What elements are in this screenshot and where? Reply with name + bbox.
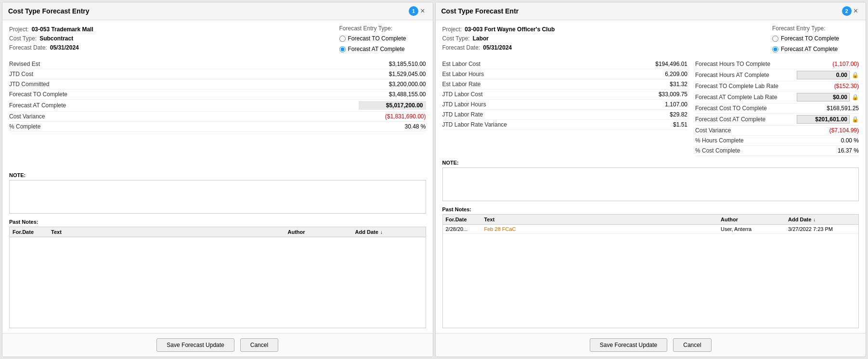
table-row: JTD Committed $3,200,000.00 xyxy=(9,79,426,90)
dialog-2-close-button[interactable]: × xyxy=(852,7,860,15)
dialog-2-table-body: 2/28/20... Feb 28 FCaC User, Anterra 3/2… xyxy=(443,225,859,328)
row-value: $31.32 xyxy=(620,81,687,88)
dialog-2-body: Project: 03-003 Fort Wayne Officer's Clu… xyxy=(436,20,866,333)
row-label: JTD Labor Rate xyxy=(442,111,621,118)
table-row: JTD Labor Rate $29.82 xyxy=(442,110,688,120)
dialog-2-radio-at-complete[interactable]: Forecast AT Complete xyxy=(772,44,859,55)
dialog-2-table-header: For.Date Text Author Add Date ↓ xyxy=(443,215,859,225)
row-label: JTD Cost xyxy=(9,71,359,77)
dialog-2-radio-to-complete-input[interactable] xyxy=(772,36,778,42)
row-value: $33,009.75 xyxy=(620,91,687,98)
table-row: Forecast Cost AT Complete 🔒 xyxy=(695,114,859,126)
row-label: Est Labor Cost xyxy=(442,61,621,67)
row-label: Revised Est xyxy=(9,61,359,67)
dialog-2-costtype-value: Labor xyxy=(473,34,489,43)
table-row: 2/28/20... Feb 28 FCaC User, Anterra 3/2… xyxy=(443,225,859,234)
dialog-1-costtype-line: Cost Type: Subcontract xyxy=(9,34,339,43)
row-value-with-lock: 🔒 xyxy=(797,71,859,79)
col-adddate: 3/27/2022 7:23 PM xyxy=(788,226,855,232)
row-label: % Complete xyxy=(9,123,359,130)
col-text: Feb 28 FCaC xyxy=(484,226,721,232)
dialog-2-note-section: NOTE: xyxy=(442,160,859,203)
dialog-1-costtype-label: Cost Type: xyxy=(9,34,37,43)
table-row: Revised Est $3,185,510.00 xyxy=(9,59,426,69)
table-row: Cost Variance ($1,831,690.00) xyxy=(9,112,426,122)
dialog-1-note-section: NOTE: xyxy=(9,172,426,215)
table-row: % Complete 30.48 % xyxy=(9,122,426,132)
dialog-2-note-textarea[interactable] xyxy=(442,167,859,201)
row-value: 16.37 % xyxy=(791,147,859,154)
row-value: ($152.30) xyxy=(791,83,859,90)
row-value: $168,591.25 xyxy=(791,105,859,112)
row-label: Forecast Hours TO Complete xyxy=(695,61,791,67)
dialog-1-data-section: Revised Est $3,185,510.00 JTD Cost $1,52… xyxy=(9,59,426,168)
row-value-input[interactable] xyxy=(797,115,850,124)
row-value: $3,200,000.00 xyxy=(359,81,426,88)
dialog-2-past-notes-label: Past Notes: xyxy=(442,206,859,212)
dialog-1-note-label: NOTE: xyxy=(9,172,426,178)
dialog-2-cancel-button[interactable]: Cancel xyxy=(673,338,711,352)
dialog-1-note-textarea[interactable] xyxy=(9,180,426,214)
row-value: $1.51 xyxy=(620,121,687,128)
row-label: Est Labor Hours xyxy=(442,71,621,77)
col-author: User, Anterra xyxy=(721,226,788,232)
dialog-2-project-label: Project: xyxy=(442,25,462,34)
table-row: Cost Variance ($7,104.99) xyxy=(695,126,859,136)
row-value-input[interactable] xyxy=(797,93,850,102)
dialog-1-radio-at-complete-input[interactable] xyxy=(339,46,346,52)
dialog-1-col-adddate-header[interactable]: Add Date ↓ xyxy=(355,229,423,235)
dialog-1-forecastdate-value: 05/31/2024 xyxy=(50,43,79,52)
dialog-1-close-button[interactable]: × xyxy=(418,7,427,15)
dialog-2: Cost Type Forecast Entr 2 × Project: 03-… xyxy=(435,2,867,357)
dialog-2-two-col: Est Labor Cost $194,496.01 Est Labor Hou… xyxy=(442,59,859,156)
dialog-1-costtype-value: Subcontract xyxy=(39,34,73,43)
dialog-2-radio-at-complete-label: Forecast AT Complete xyxy=(781,44,838,55)
row-label: Cost Variance xyxy=(695,127,791,134)
dialog-2-radio-to-complete[interactable]: Forecast TO Complete xyxy=(772,34,859,44)
table-row: JTD Cost $1,529,045.00 xyxy=(9,69,426,79)
row-value: $3,185,510.00 xyxy=(359,61,426,67)
dialog-1-body: Project: 03-053 Trademark Mall Cost Type… xyxy=(2,20,433,333)
dialog-1-meta: Project: 03-053 Trademark Mall Cost Type… xyxy=(9,25,426,54)
table-row: Forecast Hours TO Complete (1,107.00) xyxy=(695,59,859,69)
dialog-1-radio-to-complete-input[interactable] xyxy=(339,36,346,42)
row-label: Forecast AT Complete Lab Rate xyxy=(695,94,797,101)
dialog-2-costtype-label: Cost Type: xyxy=(442,34,470,43)
dialog-1-col-date-header: For.Date xyxy=(13,229,51,235)
dialog-1-col-author-header: Author xyxy=(288,229,355,235)
dialog-2-past-notes-section: Past Notes: For.Date Text Author Add Dat… xyxy=(442,206,859,328)
dialog-2-save-button[interactable]: Save Forecast Update xyxy=(590,338,667,352)
dialog-1-cancel-button[interactable]: Cancel xyxy=(240,338,278,352)
lock-icon: 🔒 xyxy=(852,116,859,123)
row-label: Forecast Hours AT Complete xyxy=(695,72,797,78)
table-row: % Cost Complete 16.37 % xyxy=(695,146,859,156)
dialog-2-forecast-entry-type: Forecast Entry Type: Forecast TO Complet… xyxy=(772,25,859,54)
dialog-1-meta-left: Project: 03-053 Trademark Mall Cost Type… xyxy=(9,25,339,53)
dialog-1-forecastdate-label: Forecast Date: xyxy=(9,43,47,52)
dialog-1-radio-at-complete[interactable]: Forecast AT Complete xyxy=(339,44,426,55)
row-value: $1,529,045.00 xyxy=(359,71,426,77)
table-row: JTD Labor Rate Variance $1.51 xyxy=(442,120,688,130)
dialog-2-right-data: Forecast Hours TO Complete (1,107.00) Fo… xyxy=(695,59,859,156)
dialog-2-forecastdate-label: Forecast Date: xyxy=(442,43,480,52)
row-label: JTD Labor Cost xyxy=(442,91,621,98)
dialog-2-forecastdate-value: 05/31/2024 xyxy=(483,43,512,52)
row-value-input[interactable] xyxy=(797,71,850,79)
table-row: Forecast TO Complete Lab Rate ($152.30) xyxy=(695,81,859,91)
dialog-1-footer: Save Forecast Update Cancel xyxy=(2,333,433,357)
dialog-1-data-grid: Revised Est $3,185,510.00 JTD Cost $1,52… xyxy=(9,59,426,132)
dialog-2-radio-at-complete-input[interactable] xyxy=(772,46,778,52)
dialog-2-col-text-header: Text xyxy=(484,217,721,222)
dialog-1-past-notes-table: For.Date Text Author Add Date ↓ xyxy=(9,227,426,328)
row-label: Forecast Cost AT Complete xyxy=(695,116,797,123)
row-value[interactable]: $5,017,200.00 xyxy=(359,101,426,110)
dialog-2-forecastdate-line: Forecast Date: 05/31/2024 xyxy=(442,43,773,52)
dialog-1-project-line: Project: 03-053 Trademark Mall xyxy=(9,25,339,34)
dialog-1-sort-icon: ↓ xyxy=(380,230,383,235)
table-row: JTD Labor Cost $33,009.75 xyxy=(442,90,688,100)
row-value: 6,209.00 xyxy=(620,71,687,77)
dialog-1-save-button[interactable]: Save Forecast Update xyxy=(156,338,234,352)
dialog-2-col-adddate-header[interactable]: Add Date ↓ xyxy=(788,217,855,222)
table-row: Forecast AT Complete $5,017,200.00 xyxy=(9,100,426,112)
dialog-1-radio-to-complete[interactable]: Forecast TO Complete xyxy=(339,34,426,44)
